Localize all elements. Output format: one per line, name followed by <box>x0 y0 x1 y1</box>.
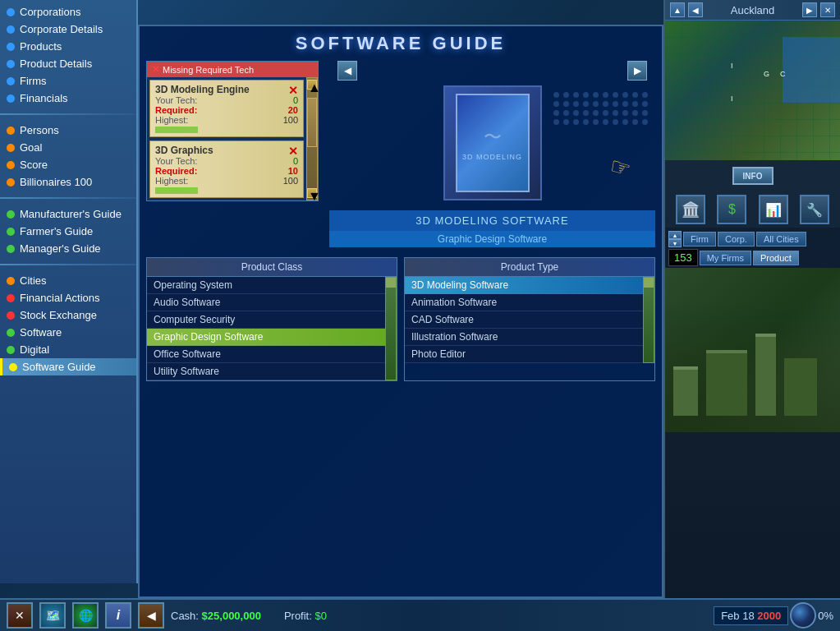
dot-icon <box>7 127 15 135</box>
sidebar-item-corporate-details[interactable]: Corporate Details <box>0 21 136 38</box>
sidebar-section-persons: Persons Goal Score Billionaires 100 <box>0 118 136 194</box>
type-scroll-up[interactable] <box>644 278 654 288</box>
down-btn[interactable]: ▼ <box>668 239 682 247</box>
tech-bar-1 <box>155 127 198 133</box>
sidebar-item-farmers-guide[interactable]: Farmer's Guide <box>0 223 136 240</box>
dot-icon <box>7 228 15 236</box>
product-type-list: 3D Modeling Software Animation Software … <box>405 277 643 363</box>
back-button[interactable]: ◀ <box>138 602 164 629</box>
sidebar-item-software-guide[interactable]: Software Guide <box>0 358 136 375</box>
dot-icon <box>7 144 15 152</box>
list-item-selected[interactable]: 3D Modeling Software <box>405 277 643 294</box>
globe-indicator[interactable] <box>790 602 816 629</box>
scroll-down-btn[interactable]: ▼ <box>307 188 317 198</box>
class-scrollbar[interactable] <box>385 277 397 380</box>
product-box: 〜 3D MODELING <box>456 94 530 192</box>
tab-my-firms[interactable]: My Firms <box>700 251 751 265</box>
bottom-tables: Product Class Operating System Audio Sof… <box>140 254 662 385</box>
building-2 <box>706 350 747 416</box>
sidebar-item-managers-guide[interactable]: Manager's Guide <box>0 240 136 257</box>
sidebar-section-corporations: Corporations Corporate Details Products … <box>0 0 136 110</box>
dot-icon <box>7 161 15 169</box>
info-button[interactable]: INFO <box>732 167 773 185</box>
dot-decoration <box>547 85 655 131</box>
list-item[interactable]: CAD Software <box>405 311 643 329</box>
sidebar-section-other: Cities Financial Actions Stock Exchange … <box>0 269 136 379</box>
list-item[interactable]: Photo Editor <box>405 346 643 363</box>
minimap-prev-btn[interactable]: ▲ <box>670 2 685 17</box>
sidebar-item-goal[interactable]: Goal <box>0 139 136 156</box>
dot-icon <box>7 294 15 302</box>
tech-scrollbar[interactable]: ▲ ▼ <box>306 77 318 200</box>
dot-icon <box>7 210 15 219</box>
minimap-label-i: I <box>731 62 733 70</box>
dot-icon <box>9 363 17 371</box>
tab-all-cities[interactable]: All Cities <box>756 232 806 246</box>
up-btn[interactable]: ▲ <box>668 231 682 239</box>
minimap-left-btn[interactable]: ◀ <box>688 2 703 17</box>
product-box-wave: 〜 <box>484 125 502 150</box>
building-3 <box>755 334 776 416</box>
type-scrollbar[interactable] <box>643 277 654 363</box>
list-item[interactable]: Animation Software <box>405 294 643 311</box>
sidebar-item-financial-actions[interactable]: Financial Actions <box>0 289 136 306</box>
sidebar-item-billionaires[interactable]: Billionaires 100 <box>0 173 136 191</box>
map-button[interactable]: 🗺️ <box>39 602 66 629</box>
sidebar-divider-2 <box>0 197 136 199</box>
list-item[interactable]: Office Software <box>147 346 385 363</box>
product-name-bar: 3D MODELING SOFTWARE <box>329 210 655 231</box>
minimap-close-btn[interactable]: ✕ <box>820 2 835 17</box>
date-display: Feb 18 2000 0% <box>714 602 833 629</box>
info-section: INFO <box>665 160 840 191</box>
nav-arrow-bar: ◀ ▶ <box>329 61 655 81</box>
sidebar-item-product-details[interactable]: Product Details <box>0 55 136 72</box>
city-name: Auckland <box>706 4 799 16</box>
sidebar-item-persons[interactable]: Persons <box>0 122 136 139</box>
next-button[interactable]: ▶ <box>627 61 647 81</box>
status-bar: ✕ 🗺️ 🌐 i ◀ Cash: $25,000,000 Profit: $0 … <box>0 598 840 631</box>
building-1 <box>673 366 698 416</box>
sidebar-item-software[interactable]: Software <box>0 324 136 341</box>
tab-corp[interactable]: Corp. <box>718 232 755 246</box>
tool-icon-btn[interactable]: 🔧 <box>800 195 829 224</box>
tab-product[interactable]: Product <box>753 251 799 265</box>
sidebar-item-products[interactable]: Products <box>0 38 136 55</box>
list-item[interactable]: Illustration Software <box>405 329 643 346</box>
sidebar: Corporations Corporate Details Products … <box>0 0 138 583</box>
tech-x-icon: ✕ <box>288 84 298 97</box>
scroll-up-btn[interactable]: ▲ <box>307 80 317 90</box>
globe-button[interactable]: 🌐 <box>72 602 99 629</box>
list-item[interactable]: Utility Software <box>147 363 385 380</box>
class-scroll-up[interactable] <box>386 278 396 288</box>
up-down-control[interactable]: ▲ ▼ <box>668 231 682 247</box>
list-item[interactable]: Audio Software <box>147 294 385 311</box>
close-button[interactable]: ✕ <box>7 602 33 629</box>
sidebar-item-stock-exchange[interactable]: Stock Exchange <box>0 306 136 324</box>
list-item[interactable]: Computer Security <box>147 311 385 329</box>
tech-x-icon-2: ✕ <box>288 145 298 158</box>
sidebar-item-cities[interactable]: Cities <box>0 272 136 289</box>
chart-icon-btn[interactable]: 📊 <box>759 195 788 224</box>
product-class-list: Operating System Audio Software Computer… <box>147 277 385 380</box>
sidebar-divider-3 <box>0 264 136 265</box>
tab-firm[interactable]: Firm <box>683 232 716 246</box>
dot-icon <box>7 178 15 187</box>
sidebar-item-financials[interactable]: Financials <box>0 90 136 107</box>
prev-button[interactable]: ◀ <box>337 61 357 81</box>
minimap-right-btn[interactable]: ▶ <box>802 2 817 17</box>
dot-icon <box>7 25 15 34</box>
sidebar-item-score[interactable]: Score <box>0 156 136 173</box>
software-guide-title: SOFTWARE GUIDE <box>140 26 662 61</box>
sidebar-item-corporations[interactable]: Corporations <box>0 3 136 21</box>
profit-display: Profit: $0 <box>284 610 327 622</box>
city-icon-btn[interactable]: 🏛️ <box>676 195 705 224</box>
info-status-button[interactable]: i <box>105 602 131 629</box>
sidebar-item-manufacturers-guide[interactable]: Manufacturer's Guide <box>0 205 136 223</box>
list-item[interactable]: Operating System <box>147 277 385 294</box>
sidebar-item-firms[interactable]: Firms <box>0 72 136 90</box>
money-icon-btn[interactable]: $ <box>717 195 746 224</box>
cash-value: $25,000,000 <box>202 610 261 622</box>
list-item-selected[interactable]: Graphic Design Software <box>147 329 385 346</box>
profit-value: $0 <box>314 610 326 622</box>
sidebar-item-digital[interactable]: Digital <box>0 341 136 358</box>
